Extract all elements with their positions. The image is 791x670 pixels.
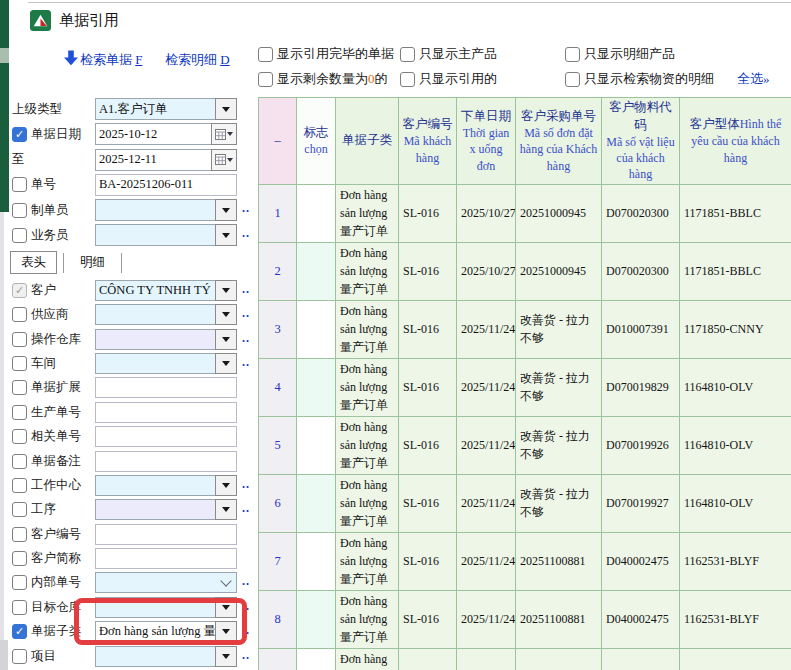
text-input[interactable]: BA-20251206-011 <box>95 174 237 196</box>
checkbox[interactable] <box>12 380 27 395</box>
more-button[interactable]: .. <box>242 282 250 297</box>
table-cell[interactable]: D070019829 <box>602 358 680 416</box>
search-detail-link[interactable]: 检索明细 D <box>165 51 230 69</box>
table-cell[interactable]: Đơn hàng sản lượng 量产订单 <box>336 590 399 648</box>
table-cell[interactable] <box>297 532 336 590</box>
table-cell[interactable]: 2025/11/24 <box>457 300 516 358</box>
checkbox[interactable] <box>400 47 415 62</box>
checkbox[interactable] <box>12 177 27 192</box>
combo-value[interactable] <box>95 353 215 374</box>
dropdown-button[interactable] <box>215 304 237 325</box>
table-cell[interactable]: SL-016 <box>399 358 457 416</box>
table-cell[interactable]: SL-016 <box>399 300 457 358</box>
table-cell[interactable]: 2025/11/24 <box>457 474 516 532</box>
table-cell[interactable]: D070019927 <box>602 474 680 532</box>
dropdown-button[interactable] <box>215 199 237 221</box>
checkbox[interactable] <box>12 575 27 590</box>
checkbox[interactable] <box>12 203 27 218</box>
date-value[interactable]: 2025-10-12 <box>95 123 211 145</box>
dropdown-button[interactable] <box>215 621 237 642</box>
table-cell[interactable]: 1171851-BBLC <box>680 242 791 300</box>
checkbox[interactable] <box>12 649 27 664</box>
checkbox[interactable] <box>565 47 580 62</box>
table-cell[interactable]: 4 <box>259 358 297 416</box>
column-header[interactable]: 标志chọn <box>297 98 336 185</box>
checkbox[interactable] <box>12 502 27 517</box>
combo-value[interactable] <box>95 199 215 221</box>
table-cell[interactable]: 1171851-BBLC <box>680 184 791 242</box>
select-all-link[interactable]: 全选» <box>737 70 770 88</box>
table-cell[interactable]: D070019926 <box>602 416 680 474</box>
table-cell[interactable]: 6 <box>259 474 297 532</box>
checkbox[interactable]: ✓ <box>12 283 27 298</box>
checkbox[interactable]: ✓ <box>12 127 27 142</box>
table-cell[interactable]: D070020300 <box>602 184 680 242</box>
table-cell[interactable]: SL-016 <box>399 416 457 474</box>
more-button[interactable]: .. <box>242 574 250 589</box>
combo-value[interactable] <box>95 646 215 667</box>
checkbox[interactable] <box>12 600 27 615</box>
text-input[interactable] <box>95 402 237 423</box>
checkbox[interactable] <box>12 551 27 566</box>
table-cell[interactable]: 1164810-OLV <box>680 358 791 416</box>
table-cell[interactable]: D010007391 <box>602 300 680 358</box>
table-cell[interactable]: 2025/11/24 <box>457 532 516 590</box>
table-cell[interactable] <box>457 648 516 670</box>
dropdown-button[interactable] <box>215 224 237 246</box>
search-documents-link[interactable]: 检索单据 F <box>80 51 142 69</box>
table-cell[interactable]: SL-016 <box>399 242 457 300</box>
column-header[interactable]: 单据子类 <box>336 98 399 185</box>
more-button[interactable]: .. <box>242 201 250 216</box>
dropdown-button[interactable] <box>215 353 237 374</box>
table-cell[interactable]: Đơn hàng sản lượng 量产订单 <box>336 416 399 474</box>
table-cell[interactable]: 1164810-OLV <box>680 416 791 474</box>
checkbox[interactable] <box>12 356 27 371</box>
more-button[interactable]: .. <box>242 501 250 516</box>
table-cell[interactable]: D070020300 <box>602 242 680 300</box>
tab-表头[interactable]: 表头 <box>10 251 57 274</box>
text-input[interactable] <box>95 548 237 569</box>
table-cell[interactable]: SL-016 <box>399 474 457 532</box>
dropdown-button[interactable] <box>215 499 237 520</box>
table-cell[interactable]: D040002475 <box>602 532 680 590</box>
column-header[interactable]: 客户采购单号Mã số đơn đặt hàng của Khách hàng <box>516 98 602 185</box>
checkbox[interactable] <box>12 454 27 469</box>
table-cell[interactable] <box>297 184 336 242</box>
dropdown-button[interactable] <box>215 597 237 618</box>
table-cell[interactable]: 改善货 - 拉力不够 <box>516 416 602 474</box>
combo-value[interactable] <box>95 597 215 618</box>
table-cell[interactable] <box>297 590 336 648</box>
table-cell[interactable]: 20251100881 <box>516 590 602 648</box>
calendar-dropdown-button[interactable] <box>211 149 237 171</box>
combo-value[interactable] <box>95 329 215 350</box>
table-cell[interactable]: 1162531-BLYF <box>680 590 791 648</box>
table-cell[interactable]: 20251000945 <box>516 242 602 300</box>
checkbox[interactable] <box>565 72 580 87</box>
table-cell[interactable]: Đơn hàng sản lượng 量产订单 <box>336 474 399 532</box>
combo-value[interactable] <box>95 499 215 520</box>
text-input[interactable] <box>95 426 237 447</box>
table-cell[interactable]: Đơn hàng sản lượng 量产订单 <box>336 532 399 590</box>
column-header[interactable]: – <box>259 98 297 185</box>
checkbox[interactable] <box>12 429 27 444</box>
combo-value[interactable] <box>95 224 215 246</box>
more-button[interactable]: .. <box>242 306 250 321</box>
text-input[interactable] <box>95 451 237 472</box>
table-cell[interactable]: 1 <box>259 184 297 242</box>
table-cell[interactable] <box>297 648 336 670</box>
table-cell[interactable] <box>297 358 336 416</box>
table-cell[interactable]: Đơn hàng sản lượng 量产订单 <box>336 300 399 358</box>
table-cell[interactable]: 8 <box>259 590 297 648</box>
table-cell[interactable]: 改善货 - 拉力不够 <box>516 474 602 532</box>
combo-value[interactable] <box>95 475 215 496</box>
table-cell[interactable]: Đơn hàng sản lượng 量产订单 <box>336 648 399 670</box>
date-value[interactable]: 2025-12-11 <box>95 149 211 171</box>
dropdown-button[interactable] <box>215 280 237 301</box>
table-cell[interactable] <box>297 474 336 532</box>
table-cell[interactable]: 2025/11/24 <box>457 590 516 648</box>
checkbox[interactable] <box>258 72 273 87</box>
column-header[interactable]: 客户编号Mã khách hàng <box>399 98 457 185</box>
table-cell[interactable] <box>602 648 680 670</box>
more-button[interactable]: .. <box>242 226 250 241</box>
combo-value[interactable] <box>95 304 215 325</box>
